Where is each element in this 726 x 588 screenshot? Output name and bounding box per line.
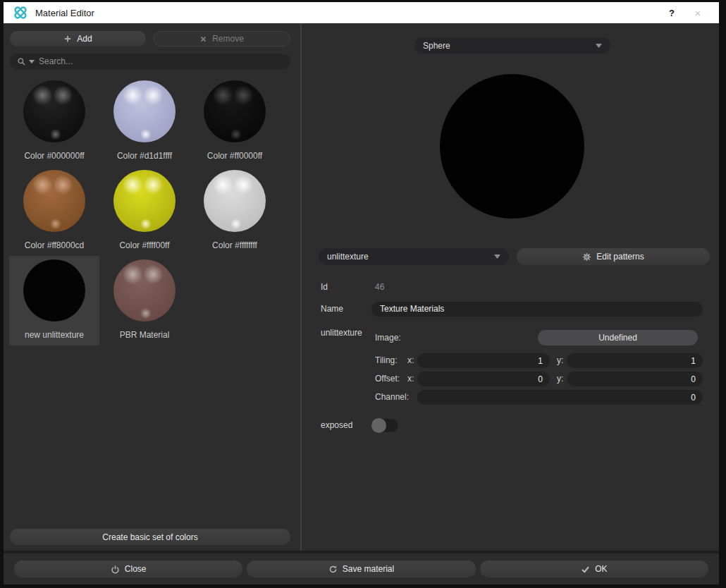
id-label: Id [321, 282, 371, 292]
material-label: Color #ff8000cd [25, 240, 85, 250]
material-properties-panel: Sphere unlittexture [302, 23, 719, 551]
add-material-label: Add [77, 34, 92, 44]
search-input[interactable] [37, 56, 283, 67]
preview-sphere [440, 74, 584, 219]
offset-x-label: x: [407, 374, 414, 384]
tiling-label: Tiling: [375, 355, 398, 365]
preview-shape-select[interactable]: Sphere [414, 37, 610, 54]
image-undefined-button[interactable]: Undefined [538, 330, 698, 345]
search-filter-caret-icon[interactable] [29, 60, 35, 63]
material-sphere-thumbnail [204, 170, 266, 232]
material-label: PBR Material [120, 330, 170, 340]
ok-button-label: OK [595, 564, 607, 574]
tiling-y-input[interactable]: 1 [567, 353, 703, 368]
material-label: Color #d1d1ffff [117, 151, 172, 161]
refresh-icon [328, 565, 338, 574]
dialog-body: Add Remove [4, 23, 719, 551]
name-label: Name [321, 304, 371, 314]
close-button-label: Close [125, 564, 147, 574]
material-list-panel: Add Remove [4, 23, 300, 551]
image-value: Undefined [598, 333, 637, 343]
close-button[interactable]: Close [14, 561, 242, 577]
remove-material-button[interactable]: Remove [153, 31, 290, 47]
ok-button[interactable]: OK [480, 561, 708, 577]
remove-material-label: Remove [212, 34, 244, 44]
tiling-x-input[interactable]: 1 [417, 353, 550, 368]
save-material-button[interactable]: Save material [247, 561, 475, 577]
tiling-x-label: x: [407, 355, 414, 365]
remove-x-icon [199, 35, 207, 43]
screen: Material Editor ? × Add [0, 0, 726, 588]
material-item[interactable]: Color #ffffffff [190, 166, 280, 256]
close-window-button[interactable]: × [684, 7, 712, 19]
material-item[interactable]: Color #ff8000cd [9, 166, 99, 256]
create-basic-colors-label: Create basic set of colors [102, 532, 197, 542]
material-item[interactable]: Color #ff0000ff [190, 77, 280, 166]
plus-icon [63, 35, 72, 43]
material-label: Color #000000ff [24, 151, 84, 161]
tiling-y-label: y: [557, 355, 563, 365]
material-item[interactable]: Color #000000ff [9, 77, 99, 166]
search-icon [17, 57, 26, 66]
material-label: Color #ff0000ff [207, 151, 262, 161]
id-row: Id 46 [321, 281, 703, 293]
material-type-select[interactable]: unlittexture [319, 248, 509, 265]
material-label: Color #ffffffff [212, 240, 257, 250]
material-sphere-thumbnail [204, 80, 266, 142]
material-sphere-thumbnail [113, 170, 176, 232]
channel-input[interactable]: 0 [417, 390, 703, 405]
material-sphere-thumbnail [113, 259, 176, 321]
material-item-selected[interactable]: new unlittexture [9, 256, 99, 345]
material-label: Color #ffff00ff [119, 240, 169, 250]
edit-patterns-button[interactable]: Edit patterns [517, 248, 710, 265]
offset-label: Offset: [375, 374, 400, 384]
window-title: Material Editor [35, 8, 94, 18]
preview-shape-value: Sphere [423, 41, 450, 51]
search-bar[interactable] [10, 54, 290, 69]
check-icon [581, 565, 590, 574]
power-icon [111, 565, 120, 574]
help-button[interactable]: ? [660, 8, 684, 18]
material-editor-dialog: Material Editor ? × Add [4, 2, 719, 584]
name-row: Name Texture Materials [321, 301, 703, 317]
add-material-button[interactable]: Add [10, 31, 146, 47]
material-item[interactable]: Color #ffff00ff [99, 166, 190, 256]
material-sphere-thumbnail [23, 80, 85, 142]
channel-label: Channel: [375, 392, 409, 402]
name-input[interactable]: Texture Materials [371, 302, 703, 317]
material-sphere-thumbnail [113, 80, 176, 142]
exposed-row: exposed [321, 418, 703, 432]
toggle-knob [371, 418, 386, 433]
footer-bar: Close Save material OK [4, 551, 719, 584]
offset-x-input[interactable]: 0 [417, 372, 550, 386]
material-grid: Color #000000ff Color #d1d1ffff Color #f… [9, 77, 280, 345]
chevron-down-icon [596, 44, 602, 48]
offset-y-label: y: [557, 374, 563, 384]
image-label: Image: [375, 333, 401, 343]
gear-icon [582, 252, 591, 262]
chevron-down-icon [494, 255, 500, 259]
material-sphere-thumbnail [23, 259, 85, 321]
material-item[interactable]: PBR Material [99, 256, 190, 345]
exposed-toggle[interactable] [371, 419, 398, 432]
material-item[interactable]: Color #d1d1ffff [99, 77, 190, 166]
offset-y-input[interactable]: 0 [567, 372, 703, 386]
edit-patterns-label: Edit patterns [596, 252, 644, 262]
material-sphere-thumbnail [23, 170, 85, 232]
save-material-label: Save material [343, 564, 394, 574]
id-value: 46 [375, 282, 384, 292]
titlebar: Material Editor ? × [4, 2, 719, 23]
exposed-label: exposed [321, 420, 371, 430]
create-basic-colors-button[interactable]: Create basic set of colors [10, 529, 290, 545]
list-toolbar: Add Remove [10, 31, 290, 47]
app-logo-icon [12, 4, 29, 21]
material-label: new unlittexture [25, 330, 84, 340]
material-type-value: unlittexture [327, 252, 369, 262]
